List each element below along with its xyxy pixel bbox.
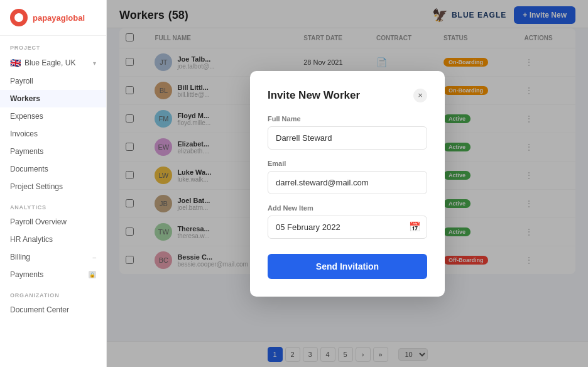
sidebar-item-hr-analytics[interactable]: HR Analytics bbox=[0, 231, 106, 248]
sidebar-item-payments-analytics[interactable]: Payments 🔒 bbox=[0, 266, 106, 283]
modal-close-button[interactable]: × bbox=[413, 89, 427, 102]
full-name-group: Full Name bbox=[268, 115, 427, 150]
sidebar-logo: papayaglobal bbox=[0, 0, 106, 36]
sidebar-item-label: HR Analytics bbox=[10, 235, 53, 244]
full-name-label: Full Name bbox=[268, 115, 427, 123]
sidebar-item-label: Billing bbox=[10, 253, 30, 261]
sidebar-item-invoices[interactable]: Invoices bbox=[0, 125, 106, 143]
email-label: Email bbox=[268, 160, 427, 167]
sidebar-item-payments[interactable]: Payments bbox=[0, 143, 106, 160]
sidebar: papayaglobal PROJECT 🇬🇧 Blue Eagle, UK ▾… bbox=[0, 0, 107, 367]
sidebar-item-label: Documents bbox=[10, 165, 48, 173]
org-section-label: ORGANIZATION bbox=[0, 283, 106, 301]
date-wrapper: 📅 bbox=[268, 216, 427, 239]
sidebar-item-payroll-overview[interactable]: Payroll Overview bbox=[0, 213, 106, 231]
project-section-label: PROJECT bbox=[0, 36, 106, 53]
sidebar-item-label: Document Center bbox=[10, 305, 69, 314]
modal-title: Invite New Worker bbox=[268, 89, 360, 102]
sidebar-item-expenses[interactable]: Expenses bbox=[0, 107, 106, 125]
sidebar-item-label: Payments bbox=[10, 270, 43, 279]
svg-point-0 bbox=[14, 13, 23, 22]
invite-modal: Invite New Worker × Full Name Email Add … bbox=[250, 71, 445, 297]
date-input[interactable] bbox=[268, 216, 427, 239]
sidebar-item-documents[interactable]: Documents bbox=[0, 160, 106, 178]
project-selector[interactable]: 🇬🇧 Blue Eagle, UK ▾ bbox=[0, 53, 106, 72]
sidebar-item-label: Payroll bbox=[10, 77, 33, 85]
sidebar-item-document-center[interactable]: Document Center bbox=[0, 301, 106, 319]
sidebar-item-label: Payments bbox=[10, 147, 43, 156]
sidebar-item-label: Project Settings bbox=[10, 182, 63, 191]
sidebar-item-payroll[interactable]: Payroll bbox=[0, 72, 106, 90]
chevron-icon: – bbox=[92, 254, 96, 261]
add-item-group: Add New Item 📅 bbox=[268, 204, 427, 239]
send-invitation-button[interactable]: Send Invitation bbox=[268, 254, 427, 279]
sidebar-item-project-settings[interactable]: Project Settings bbox=[0, 178, 106, 195]
main-content: Workers (58) 🦅 BLUE EAGLE + Invite New F… bbox=[107, 0, 588, 367]
flag-icon: 🇬🇧 bbox=[10, 58, 21, 68]
analytics-section-label: ANALYTICS bbox=[0, 195, 106, 213]
sidebar-item-label: Invoices bbox=[10, 129, 38, 138]
email-input[interactable] bbox=[268, 171, 427, 194]
full-name-input[interactable] bbox=[268, 126, 427, 150]
modal-header: Invite New Worker × bbox=[268, 89, 427, 102]
email-group: Email bbox=[268, 160, 427, 194]
sidebar-item-label: Workers bbox=[10, 94, 40, 103]
logo-icon bbox=[10, 9, 28, 26]
lock-icon: 🔒 bbox=[89, 271, 96, 278]
chevron-down-icon: ▾ bbox=[93, 60, 96, 67]
sidebar-item-billing[interactable]: Billing – bbox=[0, 248, 106, 266]
project-name: Blue Eagle, UK bbox=[24, 58, 75, 67]
sidebar-item-label: Expenses bbox=[10, 112, 43, 121]
sidebar-item-workers[interactable]: Workers bbox=[0, 90, 106, 107]
modal-overlay: Invite New Worker × Full Name Email Add … bbox=[107, 0, 588, 367]
add-item-label: Add New Item bbox=[268, 204, 427, 212]
sidebar-item-label: Payroll Overview bbox=[10, 217, 67, 226]
logo-text: papayaglobal bbox=[33, 13, 85, 23]
